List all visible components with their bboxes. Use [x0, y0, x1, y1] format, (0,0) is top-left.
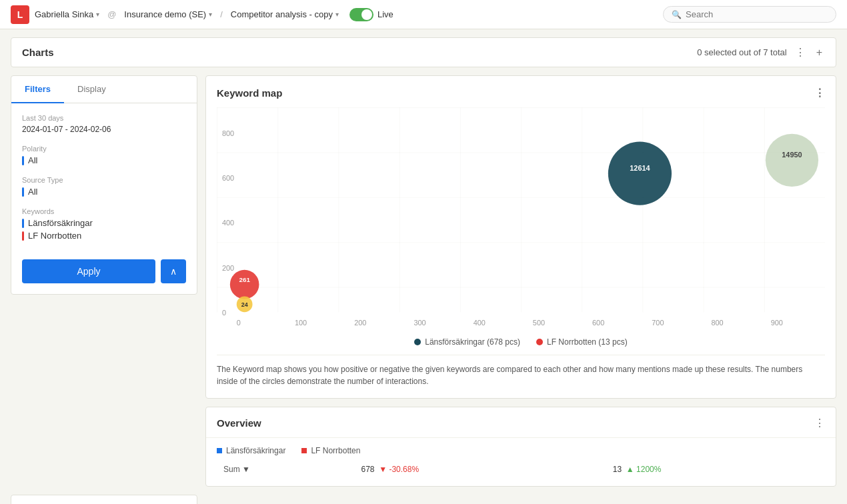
main-content: Charts 0 selected out of 7 total ⋮ + Fil… — [0, 29, 847, 504]
legend-dot-1 — [414, 339, 421, 345]
tab-display-2[interactable]: Display — [64, 495, 119, 504]
overview-legend-sq-1 — [217, 448, 222, 453]
filter-tabs-1: Filters Display — [11, 76, 197, 103]
breadcrumb-sep1: @ — [107, 9, 116, 19]
right-panel: Keyword map ⋮ 0 200 — [205, 75, 836, 487]
charts-meta: 0 selected out of 7 total ⋮ + — [697, 45, 825, 60]
svg-point-16 — [608, 142, 672, 205]
search-bar[interactable]: 🔍 — [663, 6, 836, 23]
left-panel-2: Filters Display Last 30 days — [11, 495, 197, 504]
overview-legend-1: Länsförsäkringar — [217, 446, 285, 455]
legend-item-1: Länsförsäkringar (678 pcs) — [414, 337, 520, 347]
charts-more-icon[interactable]: ⋮ — [792, 45, 808, 60]
charts-title: Charts — [22, 47, 54, 58]
svg-text:261: 261 — [239, 276, 250, 283]
date-range-section: Last 30 days 2024-01-07 - 2024-02-06 — [22, 114, 186, 134]
svg-text:700: 700 — [652, 319, 664, 327]
source-type-bar — [22, 187, 24, 197]
workspace-chevron-icon: ▾ — [209, 11, 212, 18]
filter-tabs-2: Filters Display — [11, 495, 197, 504]
svg-text:300: 300 — [413, 319, 426, 327]
overview-header: Overview ⋮ — [206, 407, 836, 438]
keyword-map-chart: 0 200 400 600 800 0 100 200 300 400 500 … — [217, 107, 825, 332]
overview-change-2: ▲ 1200% — [626, 465, 662, 474]
svg-text:600: 600 — [222, 174, 234, 182]
tab-filters-2[interactable]: Filters — [11, 495, 64, 504]
tab-filters-1[interactable]: Filters — [11, 76, 64, 103]
filter-body-1: Last 30 days 2024-01-07 - 2024-02-06 Pol… — [11, 103, 197, 254]
svg-text:200: 200 — [354, 319, 366, 327]
keyword-bar-2 — [22, 231, 24, 241]
search-icon: 🔍 — [672, 10, 682, 19]
legend-dot-2 — [536, 339, 543, 345]
svg-text:200: 200 — [222, 264, 234, 272]
overview-body: Länsförsäkringar LF Norrbotten Sum ▼ — [206, 438, 836, 486]
date-range-value: 2024-01-07 - 2024-02-06 — [22, 125, 186, 134]
search-input[interactable] — [686, 9, 819, 19]
overview-row-label: Sum ▼ — [218, 462, 354, 477]
svg-text:400: 400 — [474, 319, 486, 327]
source-type-value: All — [22, 187, 186, 197]
source-type-section: Source Type All — [22, 176, 186, 197]
polarity-value: All — [22, 155, 186, 165]
svg-point-18 — [766, 134, 818, 187]
svg-text:800: 800 — [222, 129, 234, 137]
expand-button-1[interactable]: ∧ — [161, 259, 186, 283]
svg-text:800: 800 — [711, 319, 723, 327]
navbar: L Gabriella Sinka ▾ @ Insurance demo (SE… — [0, 0, 847, 29]
svg-rect-0 — [217, 107, 825, 312]
overview-title: Overview — [217, 417, 261, 429]
apply-button-1[interactable]: Apply — [22, 259, 155, 283]
live-label: Live — [377, 9, 393, 19]
live-toggle-area: Live — [349, 8, 393, 21]
breadcrumb-sep2: / — [220, 9, 223, 19]
overview-card: Overview ⋮ Länsförsäkringar LF Norrbotte… — [205, 407, 836, 487]
svg-text:24: 24 — [241, 301, 248, 308]
overview-legend-sq-2 — [301, 448, 307, 453]
project-menu[interactable]: Competitor analysis - copy ▾ — [231, 9, 339, 19]
overview-more-icon[interactable]: ⋮ — [814, 417, 825, 429]
keyword-map-title-row: Keyword map ⋮ — [217, 87, 825, 99]
keywords-label: Keywords — [22, 207, 186, 215]
workspace-menu[interactable]: Insurance demo (SE) ▾ — [124, 9, 212, 19]
keyword-map-description: The Keyword map shows you how positive o… — [217, 355, 825, 387]
polarity-section: Polarity All — [22, 145, 186, 165]
content-row: Filters Display Last 30 days 2024-01-07 … — [11, 75, 836, 487]
project-chevron-icon: ▾ — [335, 11, 339, 18]
filter-actions-1: Apply ∧ — [11, 259, 197, 283]
svg-text:600: 600 — [592, 319, 604, 327]
keyword-item-1: Länsförsäkringar — [22, 218, 186, 228]
date-range-label: Last 30 days — [22, 114, 186, 122]
svg-text:0: 0 — [237, 319, 241, 327]
filter-card-2: Filters Display Last 30 days — [11, 495, 197, 504]
live-toggle[interactable] — [349, 8, 373, 21]
polarity-label: Polarity — [22, 145, 186, 153]
tab-display-1[interactable]: Display — [64, 76, 119, 103]
keyword-map-card: Keyword map ⋮ 0 200 — [205, 75, 836, 399]
keyword-map-more-icon[interactable]: ⋮ — [814, 87, 825, 99]
source-type-label: Source Type — [22, 176, 186, 184]
charts-add-icon[interactable]: + — [814, 45, 825, 60]
keywords-section: Keywords Länsförsäkringar LF Norrbotten — [22, 207, 186, 243]
keyword-item-2: LF Norrbotten — [22, 231, 186, 241]
overview-table: Sum ▼ 678 ▼ -30.68% 13 ▲ 1200% — [217, 461, 825, 478]
table-row: Sum ▼ 678 ▼ -30.68% 13 ▲ 1200% — [218, 462, 824, 477]
charts-header: Charts 0 selected out of 7 total ⋮ + — [11, 37, 836, 67]
user-chevron-icon: ▾ — [96, 11, 99, 18]
overview-legend-2: LF Norrbotten — [301, 446, 360, 455]
svg-text:400: 400 — [222, 219, 234, 227]
svg-point-20 — [230, 270, 259, 299]
overview-change-1: ▼ -30.68% — [379, 465, 419, 474]
overview-legend: Länsförsäkringar LF Norrbotten — [217, 446, 825, 455]
content-row-2: Filters Display Last 30 days — [11, 495, 836, 504]
svg-text:0: 0 — [222, 309, 226, 317]
svg-text:12614: 12614 — [630, 164, 650, 172]
user-menu[interactable]: Gabriella Sinka ▾ — [35, 9, 99, 19]
app-logo[interactable]: L — [11, 5, 29, 24]
polarity-bar — [22, 156, 24, 165]
legend-item-2: LF Norrbotten (13 pcs) — [536, 337, 628, 347]
toggle-knob — [361, 9, 372, 20]
left-panel: Filters Display Last 30 days 2024-01-07 … — [11, 75, 197, 487]
svg-text:14950: 14950 — [782, 151, 802, 159]
svg-text:500: 500 — [533, 319, 545, 327]
